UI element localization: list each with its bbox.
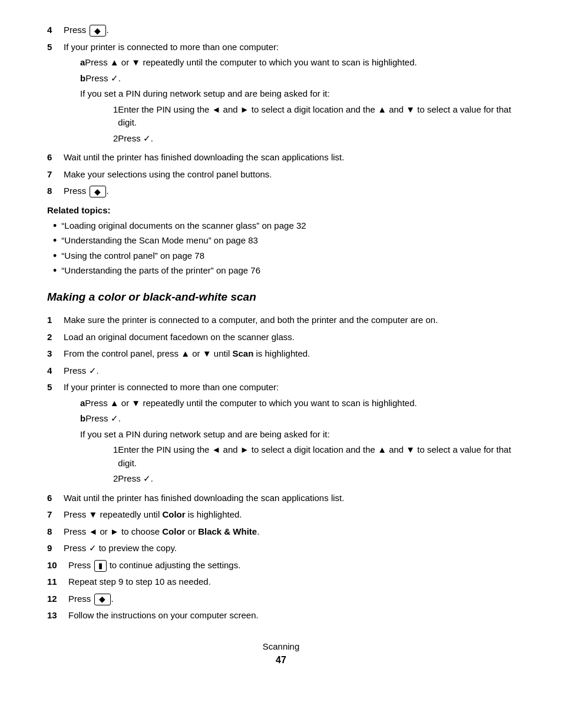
section-heading: Making a color or black-and-white scan: [47, 289, 515, 306]
bottom-step-3-content: From the control panel, press ▲ or ▼ unt…: [64, 347, 515, 361]
bottom-step-5b-label: b: [64, 412, 85, 426]
bottom-step-10: 10 Press ▮ to continue adjusting the set…: [47, 559, 515, 572]
bullet-dot-4: •: [53, 264, 57, 278]
bottom-step-2-num: 2: [47, 331, 64, 344]
bottom-step-5-pin-2: 2 Press ✓.: [80, 472, 515, 486]
step-7-content: Make your selections using the control p…: [64, 168, 515, 182]
bottom-step-5-pin-2-num: 2: [80, 472, 118, 486]
bottom-step-8-num: 8: [47, 525, 64, 539]
bottom-step-1-num: 1: [47, 314, 64, 327]
step-8-content: Press ◆.: [64, 185, 515, 198]
bottom-step-2: 2 Load an original document facedown on …: [47, 331, 515, 344]
step-4-num: 4: [47, 24, 64, 37]
bottom-step-5-num: 5: [47, 381, 64, 394]
bullet-dot-1: •: [53, 219, 57, 233]
footer: Scanning 47: [47, 640, 515, 668]
step-7: 7 Make your selections using the control…: [47, 168, 515, 182]
bottom-step-10-num: 10: [47, 559, 68, 572]
bottom-step-3: 3 From the control panel, press ▲ or ▼ u…: [47, 347, 515, 361]
bottom-step-13-num: 13: [47, 609, 68, 622]
scan-bold: Scan: [232, 348, 253, 358]
step-5b-text: Press ✓.: [85, 72, 121, 85]
diamond-key-1: ◆: [90, 25, 106, 37]
related-topic-4-text: “Understanding the parts of the printer”…: [61, 264, 260, 278]
menu-key: ▮: [94, 560, 107, 572]
related-topic-1: • “Loading original documents on the sca…: [47, 219, 515, 233]
color-bold-8: Color: [162, 526, 185, 536]
step-5: 5 If your printer is connected to more t…: [47, 41, 515, 148]
related-topic-2: • “Understanding the Scan Mode menu” on …: [47, 234, 515, 248]
step-5-pin-2-text: Press ✓.: [118, 132, 153, 146]
bottom-step-5-content: If your printer is connected to more tha…: [64, 381, 515, 488]
bottom-step-5a-text: Press ▲ or ▼ repeatedly until the comput…: [85, 397, 416, 410]
bottom-step-5-pin-1-text: Enter the PIN using the ◄ and ► to selec…: [118, 443, 515, 470]
step-6-num: 6: [47, 151, 64, 164]
step-5-pin-2: 2 Press ✓.: [80, 132, 515, 146]
bullet-dot-3: •: [53, 249, 57, 263]
step-8: 8 Press ◆.: [47, 185, 515, 198]
bottom-step-4: 4 Press ✓.: [47, 364, 515, 378]
step-5b: b Press ✓.: [64, 72, 515, 85]
bottom-step-12-num: 12: [47, 592, 68, 606]
step-5a: a Press ▲ or ▼ repeatedly until the comp…: [64, 56, 515, 70]
bottom-step-5: 5 If your printer is connected to more t…: [47, 381, 515, 488]
footer-label: Scanning: [47, 640, 515, 654]
related-topics-section: Related topics: • “Loading original docu…: [47, 204, 515, 278]
step-6: 6 Wait until the printer has finished do…: [47, 151, 515, 164]
bottom-step-1-content: Make sure the printer is connected to a …: [64, 314, 515, 327]
bottom-step-9: 9 Press ✓ to preview the copy.: [47, 542, 515, 555]
bottom-step-4-content: Press ✓.: [64, 364, 515, 378]
bottom-step-9-content: Press ✓ to preview the copy.: [64, 542, 515, 555]
bottom-step-11-content: Repeat step 9 to step 10 as needed.: [68, 575, 515, 589]
bottom-step-11-num: 11: [47, 575, 68, 589]
bottom-step-7: 7 Press ▼ repeatedly until Color is high…: [47, 508, 515, 522]
bottom-step-5-pin-1-num: 1: [80, 443, 118, 457]
related-topic-3: • “Using the control panel” on page 78: [47, 249, 515, 263]
bottom-step-13-content: Follow the instructions on your computer…: [68, 609, 515, 622]
bottom-step-7-num: 7: [47, 508, 64, 522]
related-topic-3-text: “Using the control panel” on page 78: [61, 249, 204, 263]
bottom-step-5-pin-1: 1 Enter the PIN using the ◄ and ► to sel…: [80, 443, 515, 470]
step-5-pin-1-num: 1: [80, 103, 118, 117]
step-4: 4 Press ◆.: [47, 24, 515, 37]
step-7-num: 7: [47, 168, 64, 182]
related-topic-4: • “Understanding the parts of the printe…: [47, 264, 515, 278]
color-bold-7: Color: [162, 509, 185, 519]
bottom-step-5-pin-block: If you set a PIN during network setup an…: [64, 428, 515, 486]
bottom-step-1: 1 Make sure the printer is connected to …: [47, 314, 515, 327]
bottom-step-11: 11 Repeat step 9 to step 10 as needed.: [47, 575, 515, 589]
step-5b-label: b: [64, 72, 85, 85]
step-5-num: 5: [47, 41, 64, 54]
bottom-step-2-content: Load an original document facedown on th…: [64, 331, 515, 344]
bottom-step-3-num: 3: [47, 347, 64, 361]
bottom-step-10-content: Press ▮ to continue adjusting the settin…: [68, 559, 515, 572]
bullet-dot-2: •: [53, 234, 57, 248]
bottom-step-5b: b Press ✓.: [64, 412, 515, 426]
bottom-step-12-content: Press ◆.: [68, 592, 515, 606]
bottom-step-5a-label: a: [64, 397, 85, 410]
bottom-step-9-num: 9: [47, 542, 64, 555]
step-5a-text: Press ▲ or ▼ repeatedly until the comput…: [85, 56, 416, 70]
related-topics-title: Related topics:: [47, 204, 515, 218]
bottom-step-13: 13 Follow the instructions on your compu…: [47, 609, 515, 622]
bottom-step-6: 6 Wait until the printer has finished do…: [47, 492, 515, 505]
step-6-content: Wait until the printer has finished down…: [64, 151, 515, 164]
bottom-step-8: 8 Press ◄ or ► to choose Color or Black …: [47, 525, 515, 539]
step-5-pin-2-num: 2: [80, 132, 118, 146]
related-topic-1-text: “Loading original documents on the scann…: [61, 219, 306, 233]
bottom-step-8-content: Press ◄ or ► to choose Color or Black & …: [64, 525, 515, 539]
bottom-step-5b-text: Press ✓.: [85, 412, 121, 426]
step-5-content: If your printer is connected to more tha…: [64, 41, 515, 148]
step-8-num: 8: [47, 185, 64, 198]
bottom-step-6-content: Wait until the printer has finished down…: [64, 492, 515, 505]
bottom-step-6-num: 6: [47, 492, 64, 505]
diamond-key-2: ◆: [90, 186, 106, 197]
bottom-step-4-num: 4: [47, 364, 64, 378]
step-5-pin-block: If you set a PIN during network setup an…: [64, 87, 515, 145]
diamond-key-3: ◆: [94, 594, 111, 605]
bottom-step-7-content: Press ▼ repeatedly until Color is highli…: [64, 508, 515, 522]
step-5a-label: a: [64, 56, 85, 70]
page-number: 47: [47, 653, 515, 667]
related-topic-2-text: “Understanding the Scan Mode menu” on pa…: [61, 234, 258, 248]
bw-bold-8: Black & White: [198, 526, 257, 536]
